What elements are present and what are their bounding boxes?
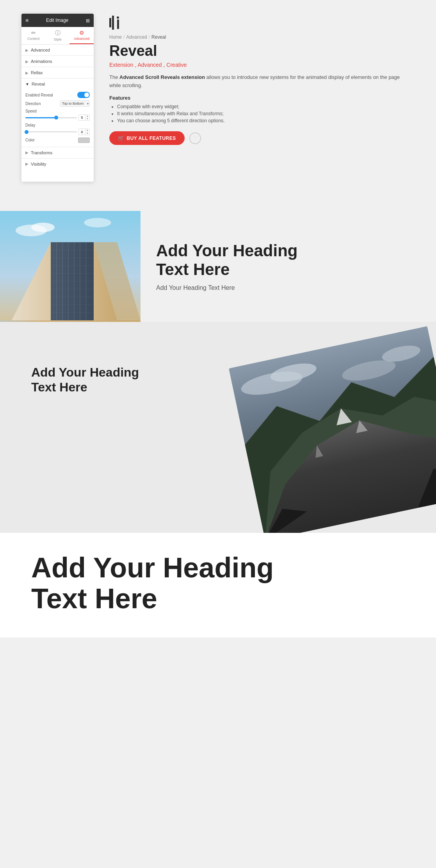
speed-row: Speed 5 ▲ ▼ — [25, 109, 90, 121]
section2-text: Add Your Heading Text Here Add Your Head… — [141, 211, 436, 322]
enabled-reveal-toggle[interactable] — [77, 92, 90, 98]
feature-item-1: Compatible with every widget; — [117, 104, 413, 109]
panel-row-reveal[interactable]: ▼ Reveal — [21, 79, 94, 89]
advanced-tab-icon: ⚙ — [79, 30, 84, 36]
cart-icon: 🛒 — [118, 135, 125, 141]
svg-point-2 — [117, 16, 119, 19]
direction-label: Direction — [25, 102, 41, 106]
tab-content[interactable]: ✏ Content — [21, 27, 46, 44]
delay-value-box: 0 ▲ ▼ — [78, 129, 90, 135]
section4-heading: Add Your Heading Text Here — [31, 552, 405, 614]
breadcrumb-advanced[interactable]: Advanced — [126, 34, 147, 40]
delay-value: 0 — [79, 130, 85, 134]
style-tab-icon: ⓘ — [55, 30, 61, 37]
enabled-reveal-label: Enabled Reveal — [25, 93, 53, 97]
content-area: Home / Advanced / Reveal Reveal Extensio… — [94, 8, 436, 188]
arrow-rellax: ▶ — [25, 71, 28, 75]
speed-slider-thumb[interactable] — [54, 116, 58, 120]
wishlist-button[interactable]: ♡ — [189, 132, 201, 144]
panel-row-transforms[interactable]: ▶ Transforms — [21, 147, 94, 159]
color-swatch[interactable] — [78, 138, 90, 143]
grid-icon[interactable] — [86, 17, 90, 24]
delay-slider-track[interactable] — [25, 131, 77, 132]
tab-style-label: Style — [54, 38, 62, 41]
panel-row-visibility-label: Visibility — [31, 162, 46, 166]
panel-row-animations[interactable]: ▶ Animations — [21, 56, 94, 67]
speed-down-arrow[interactable]: ▼ — [85, 118, 89, 120]
tag-line: Extension , Advanced , Creative — [109, 62, 413, 68]
features-list: Compatible with every widget; It works s… — [109, 104, 413, 123]
speed-arrows: ▲ ▼ — [85, 115, 89, 120]
panel-row-transforms-label: Transforms — [31, 150, 52, 155]
delay-slider-container: 0 ▲ ▼ — [25, 129, 90, 135]
panel-header: Edit Image — [21, 14, 94, 27]
arrow-animations: ▶ — [25, 59, 28, 64]
breadcrumb-home[interactable]: Home — [109, 34, 122, 40]
section3-heading-line2: Text Here — [31, 380, 87, 394]
panel-row-rellax[interactable]: ▶ Rellax — [21, 67, 94, 79]
logo-icon — [109, 16, 413, 30]
heart-icon-symbol: ♡ — [193, 135, 198, 141]
top-section: Edit Image ✏ Content ⓘ Style ⚙ Advanced … — [0, 0, 436, 195]
content-tab-icon: ✏ — [31, 30, 36, 36]
buy-button-label: BUY ALL FEATURES — [127, 136, 176, 141]
svg-rect-0 — [109, 18, 111, 27]
buy-row: 🛒 BUY ALL FEATURES ♡ — [109, 131, 413, 145]
section4-heading-line2: Text Here — [31, 583, 157, 614]
section3-text: Add Your Heading Text Here — [0, 345, 436, 414]
feature-item-3: You can choose among 5 different directi… — [117, 118, 413, 123]
section2: Add Your Heading Text Here Add Your Head… — [0, 211, 436, 322]
desc-bold: Advanced Scroll Reveals extension — [119, 74, 205, 80]
tab-content-label: Content — [27, 37, 40, 41]
tab-style[interactable]: ⓘ Style — [46, 27, 70, 44]
color-label: Color — [25, 138, 35, 142]
direction-row: Direction Top to Bottom Bottom to Top Le… — [25, 100, 90, 107]
svg-point-7 — [84, 218, 111, 227]
delay-up-arrow[interactable]: ▲ — [85, 129, 89, 132]
tab-advanced[interactable]: ⚙ Advanced — [69, 27, 94, 44]
feature-item-2: It works simultaneously with Relax and T… — [117, 111, 413, 116]
desc-intro: The — [109, 74, 118, 80]
tab-advanced-label: Advanced — [74, 37, 89, 41]
section3-heading-line1: Add Your Heading — [31, 365, 139, 379]
building-svg — [0, 211, 141, 320]
section3-heading: Add Your Heading Text Here — [31, 365, 405, 395]
direction-select[interactable]: Top to Bottom Bottom to Top Left to Righ… — [60, 100, 90, 107]
section2-heading-line2: Text Here — [156, 260, 230, 279]
panel-row-advanced[interactable]: ▶ Advanced — [21, 45, 94, 56]
panel-row-visibility[interactable]: ▶ Visibility — [21, 159, 94, 170]
speed-label: Speed — [25, 109, 90, 113]
hamburger-icon[interactable] — [25, 17, 28, 24]
speed-value: 5 — [79, 115, 85, 120]
breadcrumb: Home / Advanced / Reveal — [109, 34, 413, 40]
enabled-reveal-row: Enabled Reveal — [25, 92, 90, 98]
delay-slider-thumb[interactable] — [25, 130, 28, 134]
section4-heading-line1: Add Your Heading — [31, 552, 274, 583]
section2-heading: Add Your Heading Text Here — [156, 241, 420, 279]
editor-panel: Edit Image ✏ Content ⓘ Style ⚙ Advanced … — [21, 14, 94, 182]
panel-tabs: ✏ Content ⓘ Style ⚙ Advanced — [21, 27, 94, 45]
speed-up-arrow[interactable]: ▲ — [85, 115, 89, 118]
arrow-advanced: ▶ — [25, 48, 28, 52]
section3: Add Your Heading Text Here — [0, 322, 436, 556]
page-title: Reveal — [109, 43, 413, 59]
speed-slider-container: 5 ▲ ▼ — [25, 114, 90, 121]
delay-row: Delay 0 ▲ ▼ — [25, 123, 90, 135]
delay-down-arrow[interactable]: ▼ — [85, 132, 89, 135]
section2-heading-line1: Add Your Heading — [156, 241, 297, 260]
brand-logo — [109, 16, 120, 30]
panel-title: Edit Image — [46, 18, 68, 23]
speed-slider-track[interactable] — [25, 117, 77, 118]
section2-subheading: Add Your Heading Text Here — [156, 284, 420, 291]
panel-row-rellax-label: Rellax — [31, 70, 43, 75]
breadcrumb-sep1: / — [123, 34, 125, 40]
arrow-transforms: ▶ — [25, 150, 28, 155]
svg-rect-3 — [117, 20, 119, 29]
features-title: Features — [109, 95, 413, 101]
reveal-sub-panel: Enabled Reveal Direction Top to Bottom B… — [21, 89, 94, 147]
arrow-visibility: ▶ — [25, 162, 28, 166]
buy-button[interactable]: 🛒 BUY ALL FEATURES — [109, 131, 185, 145]
svg-rect-1 — [112, 16, 114, 30]
speed-value-box: 5 ▲ ▼ — [78, 114, 90, 121]
building-image — [0, 211, 141, 322]
